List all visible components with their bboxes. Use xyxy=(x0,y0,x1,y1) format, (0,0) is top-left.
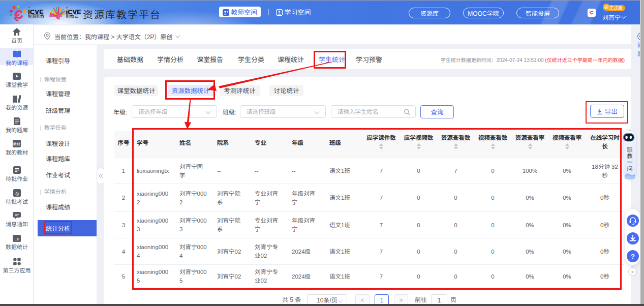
svg-text:?: ? xyxy=(631,253,635,260)
